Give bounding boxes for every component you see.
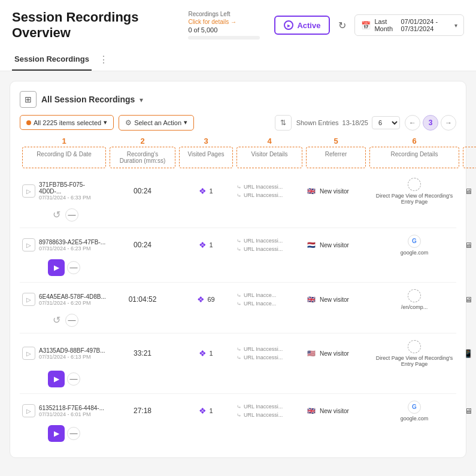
table-row: ▷ A3135AD9-88BF-497B... 07/31/2024 - 6:1… [20,334,456,394]
visitor-type-text: New visitor [320,242,349,248]
cell-visited-pages: ❖ 1 [179,406,233,416]
visitor-type-text: New visitor [320,188,349,195]
column-headers: Recording ID & Date Recording's Duration… [20,147,456,168]
url-item-2: ⤷URL Inaccessi... [237,192,302,199]
cell-duration: 00:24 [110,241,175,249]
more-actions-button[interactable]: — [65,314,78,327]
device-icon: 🖥 [463,294,474,305]
replay-button[interactable]: ▶ [48,425,65,442]
page-title: Session Recordings Overview [12,10,174,41]
url-item-2: ⤷URL Inaccessi... [237,246,302,253]
col-num-2: 2 [110,137,175,145]
nav-tabs: Session Recordings ⋮ [12,48,464,71]
cell-recording-details: 🖥 ⊞ [463,405,476,417]
replay-button[interactable]: ▶ [48,371,65,387]
pagination: ← 3 → [405,115,456,131]
col-header-visitor[interactable]: Visitor Details [237,147,302,168]
referrer-text: google.com [401,250,429,256]
referrer-text: Direct Page View of Recording's Entry Pa… [369,355,459,367]
nav-more-options[interactable]: ⋮ [94,51,113,68]
recording-date: 07/31/2024 - 6:01 PM [39,411,104,417]
cell-visited-urls: ⤷URL Inacce... ⤷URL Inacce... [237,292,302,307]
col-header-duration[interactable]: Recording's Duration (mm:ss) [110,147,175,168]
url-item-1: ⤷URL Inaccessi... [237,404,302,410]
cell-visited-pages: ❖ 1 [179,186,233,196]
cell-recording-details: 📱 🍎 [463,347,476,359]
cell-referrer: Direct Page View of Recording's Entry Pa… [369,340,459,367]
date-range: 07/01/2024 - 07/31/2024 [401,18,451,32]
more-actions-button[interactable]: — [67,261,80,274]
url-item-1: ⤷URL Inaccessi... [237,184,302,190]
col-header-referrer[interactable]: Referrer [306,147,366,168]
recordings-left-info: Recordings Left Click for details → 0 of… [188,11,260,40]
tab-session-recordings[interactable]: Session Recordings [12,48,92,71]
recordings-progress-bar [188,36,260,40]
filter-all-items-button[interactable]: All 2225 items selected ▾ [20,115,114,130]
recording-id-text: A3135AD9-88BF-497B... [39,347,105,354]
col-header-id[interactable]: Recording ID & Date [22,147,106,168]
cell-actions: ▶ — [22,425,106,442]
url-item-2: ⤷URL Inacce... [237,301,302,307]
url-text-1: URL Inaccessi... [244,404,283,410]
col-header-details[interactable]: Recording Details [369,147,459,168]
replay-button-inactive[interactable]: ↺ [50,208,63,222]
link-icon-2: ⤷ [237,354,241,361]
pages-stack-icon: ❖ [199,186,207,196]
header-right: Active ↻ 📅 Last Month 07/01/2024 - 07/31… [274,14,464,36]
visitor-type-text: New visitor [320,408,349,414]
cell-recording-id: ▷ 89788639-A2E5-47FB-... 07/31/2024 - 6:… [22,238,106,251]
more-actions-button[interactable]: — [67,372,80,386]
device-icon: 📱 [463,348,474,359]
gear-icon: ⚙ [125,119,132,127]
date-label: Last Month [374,18,397,32]
column-number-labels: 1 2 3 4 5 6 7 [20,137,456,145]
google-referrer-icon: G [408,235,421,248]
cell-visited-pages: ❖ 69 [179,295,233,304]
device-icon: 🖥 [463,239,474,250]
header-top: Session Recordings Overview Recordings L… [12,10,464,48]
more-actions-button[interactable]: — [67,427,80,440]
url-item-2: ⤷URL Inaccessi... [237,412,302,419]
entries-count-select[interactable]: 6 10 25 [372,116,400,129]
recording-thumbnail-icon: ▷ [22,404,35,417]
more-actions-button[interactable]: — [65,208,78,222]
col-header-pages[interactable]: Visited Pages [179,147,233,168]
recordings-count: 0 of 5,000 [188,26,260,34]
col-num-7: 7 [463,137,476,145]
recordings-section-header: ⊞ All Session Recordings ▾ [20,91,456,108]
replay-button[interactable]: ▶ [48,259,65,276]
filter-label: All 2225 items selected [34,119,101,126]
cell-visitor: 🇬🇧 New visitor [306,407,366,415]
page-prev-button[interactable]: ← [405,115,420,131]
pages-stack-icon: ❖ [197,295,205,304]
active-button[interactable]: Active [274,16,330,35]
click-for-details-link[interactable]: Click for details → [188,19,260,25]
recordings-section-icon: ⊞ [20,91,37,108]
main-content: ⊞ All Session Recordings ▾ All 2225 item… [0,71,476,468]
chevron-down-icon: ▾ [454,22,457,29]
url-text-2: URL Inaccessi... [244,246,283,252]
select-action-button[interactable]: ⚙ Select an Action ▾ [119,115,194,131]
visitor-flag-icon: 🇺🇸 [306,349,317,357]
page-next-button[interactable]: → [441,115,456,131]
link-icon: ⤷ [237,184,241,190]
recording-date: 07/31/2024 - 6:23 PM [39,245,105,251]
cell-actions: ↺ — [22,314,106,327]
cell-recording-details: 🖥 🍎 [463,239,476,251]
cell-recording-id: ▷ 6E4A5EA8-578F-4D8B... 07/31/2024 - 6:2… [22,293,106,306]
col-header-actions[interactable]: Actions [463,147,476,168]
url-text-2: URL Inaccessi... [244,412,283,418]
sort-button[interactable]: ⇅ [275,115,292,131]
refresh-button[interactable]: ↻ [336,17,348,34]
date-filter[interactable]: 📅 Last Month 07/01/2024 - 07/31/2024 ▾ [354,14,464,36]
cell-visited-pages: ❖ 1 [179,348,233,358]
section-chevron-icon[interactable]: ▾ [140,96,143,104]
url-text-1: URL Inacce... [244,292,276,298]
recording-id-text: 89788639-A2E5-47FB-... [39,239,105,245]
page-current-button[interactable]: 3 [423,115,438,131]
recordings-card: ⊞ All Session Recordings ▾ All 2225 item… [10,81,466,458]
replay-button-inactive[interactable]: ↺ [50,314,63,327]
pages-stack-icon: ❖ [199,406,207,416]
pages-count: 1 [209,187,213,195]
cell-duration: 00:24 [110,187,175,195]
